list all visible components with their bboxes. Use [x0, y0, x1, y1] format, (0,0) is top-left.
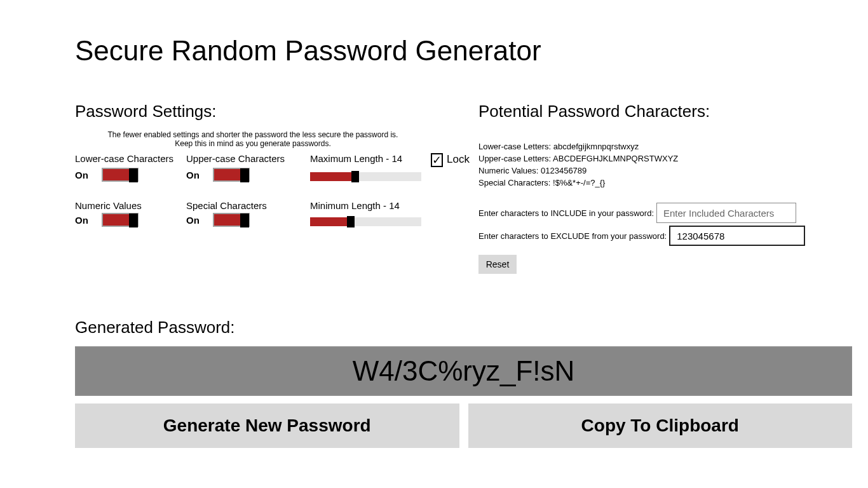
- uppercase-label: Upper-case Characters: [186, 153, 310, 166]
- include-label: Enter characters to INCLUDE in your pass…: [478, 208, 654, 218]
- potential-upper: Upper-case Letters: ABCDEFGHJKLMNPQRSTWX…: [478, 154, 796, 163]
- settings-hint: The fewer enabled settings and shorter t…: [75, 130, 431, 148]
- special-label: Special Characters: [186, 200, 310, 211]
- generated-section: Generated Password: W4/3C%ryz_F!sN Gener…: [75, 318, 852, 448]
- uppercase-toggle[interactable]: [213, 168, 250, 182]
- lowercase-label: Lower-case Characters: [75, 153, 186, 166]
- password-display: W4/3C%ryz_F!sN: [75, 346, 852, 396]
- special-toggle[interactable]: [213, 213, 250, 227]
- lock-wrap: ✓ Lock: [431, 153, 469, 167]
- max-length-slider[interactable]: [310, 172, 421, 181]
- numeric-label: Numeric Values: [75, 200, 186, 211]
- generated-heading: Generated Password:: [75, 318, 852, 337]
- min-length-slider[interactable]: [310, 217, 421, 226]
- exclude-input[interactable]: [669, 226, 805, 246]
- numeric-toggle[interactable]: [102, 213, 139, 227]
- settings-heading: Password Settings:: [75, 102, 466, 121]
- hint-line2: Keep this in mind as you generate passwo…: [175, 139, 330, 148]
- potential-special: Special Characters: !$%&*+-/=?_{}: [478, 178, 796, 187]
- lock-checkbox[interactable]: ✓: [431, 153, 443, 167]
- min-length-label: Minimum Length - 14: [310, 200, 431, 211]
- reset-button[interactable]: Reset: [478, 255, 517, 274]
- potential-lower: Lower-case Letters: abcdefgijkmnpqrstwxy…: [478, 142, 796, 151]
- hint-line1: The fewer enabled settings and shorter t…: [108, 130, 398, 139]
- copy-button[interactable]: Copy To Clipboard: [468, 403, 853, 448]
- exclude-label: Enter characters to EXCLUDE from your pa…: [478, 231, 667, 241]
- potential-heading: Potential Password Characters:: [478, 102, 796, 121]
- potential-numeric: Numeric Values: 0123456789: [478, 166, 796, 175]
- numeric-state: On: [75, 215, 93, 226]
- potential-characters-panel: Potential Password Characters: Lower-cas…: [466, 102, 796, 274]
- special-state: On: [186, 215, 204, 226]
- page-title: Secure Random Password Generator: [0, 0, 868, 67]
- max-length-label: Maximum Length - 14: [310, 153, 431, 166]
- uppercase-state: On: [186, 170, 204, 180]
- include-input[interactable]: [656, 203, 796, 223]
- password-settings-panel: Password Settings: The fewer enabled set…: [75, 102, 466, 274]
- lowercase-toggle[interactable]: [102, 168, 139, 182]
- generate-button[interactable]: Generate New Password: [75, 403, 459, 448]
- lowercase-state: On: [75, 170, 93, 180]
